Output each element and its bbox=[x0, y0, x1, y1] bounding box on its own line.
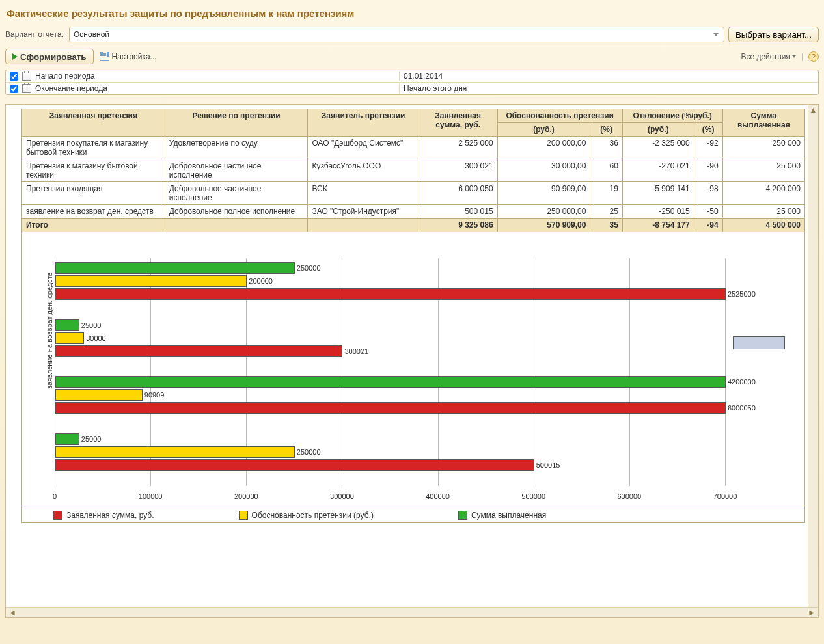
help-icon[interactable]: ? bbox=[808, 51, 819, 62]
play-icon bbox=[12, 53, 18, 60]
table-row[interactable]: заявление на возврат ден. средствДоброво… bbox=[22, 205, 805, 219]
legend-validity-label: Обоснованность претензии (руб.) bbox=[252, 511, 374, 520]
period-end-checkbox[interactable] bbox=[10, 85, 18, 93]
bar-value-label: 250000 bbox=[294, 448, 321, 456]
variant-label: Вариант отчета: bbox=[5, 30, 65, 39]
x-tick: 100000 bbox=[139, 492, 163, 500]
period-start-value[interactable]: 01.01.2014 bbox=[399, 72, 816, 81]
col-applicant: Заявитель претензии bbox=[308, 109, 419, 137]
settings-label: Настройка... bbox=[112, 52, 157, 61]
x-tick: 500000 bbox=[521, 492, 545, 500]
chart-bar: 4200000 bbox=[55, 376, 726, 388]
calendar-icon bbox=[22, 72, 31, 81]
total-row: Итого 9 325 086 570 909,00 35 -8 754 177… bbox=[22, 219, 805, 232]
chart-legend-mini[interactable] bbox=[733, 336, 785, 349]
total-label: Итого bbox=[22, 219, 165, 232]
table-row[interactable]: Претензия покупателя к магазину бытовой … bbox=[22, 137, 805, 159]
swatch-yellow-icon bbox=[239, 511, 248, 520]
period-end-label: Окончание периода bbox=[35, 84, 107, 93]
bar-value-label: 500015 bbox=[534, 461, 560, 469]
total-variance-rub: -8 754 177 bbox=[622, 219, 694, 232]
variant-value: Основной bbox=[74, 30, 109, 39]
bar-value-label: 25000 bbox=[79, 435, 102, 443]
variant-select[interactable]: Основной bbox=[69, 27, 724, 42]
period-panel: Начало периода 01.01.2014 Окончание пери… bbox=[5, 70, 819, 95]
total-variance-pct: -94 bbox=[694, 219, 722, 232]
period-end-value[interactable]: Начало этого дня bbox=[399, 84, 816, 93]
settings-icon bbox=[100, 52, 109, 61]
chart-bar: 300021 bbox=[55, 345, 342, 357]
bar-value-label: 30000 bbox=[83, 334, 106, 342]
col-variance-rub: (руб.) bbox=[622, 123, 694, 137]
chart-bar: 90909 bbox=[55, 389, 143, 401]
chart-bar: 250000 bbox=[55, 446, 295, 458]
chart-bar: 25000 bbox=[55, 433, 79, 445]
bar-value-label: 25000 bbox=[79, 321, 102, 329]
col-amount: Заявленная сумма, руб. bbox=[419, 109, 497, 137]
col-decision: Решение по претензии bbox=[165, 109, 308, 137]
chart-bar: 30000 bbox=[55, 332, 84, 344]
x-tick: 400000 bbox=[426, 492, 450, 500]
chart-ylabel: заявление на возврат ден. средств bbox=[46, 272, 53, 389]
scroll-left-icon[interactable]: ◄ bbox=[6, 608, 19, 617]
bar-value-label: 200000 bbox=[246, 277, 273, 285]
calendar-icon bbox=[22, 84, 31, 93]
legend-item-paid: Сумма выплаченная bbox=[458, 511, 546, 520]
bar-value-label: 2525000 bbox=[725, 290, 756, 298]
chart-bar: 250000 bbox=[55, 262, 295, 274]
col-claim: Заявленная претензия bbox=[22, 109, 165, 137]
results-table: Заявленная претензия Решение по претензи… bbox=[21, 109, 805, 232]
generate-label: Сформировать bbox=[20, 52, 87, 62]
total-validity-pct: 35 bbox=[590, 219, 622, 232]
swatch-red-icon bbox=[53, 511, 62, 520]
table-row[interactable]: Претензия входящаяДобровольное частичное… bbox=[22, 182, 805, 205]
all-actions-menu[interactable]: Все действия bbox=[741, 52, 795, 61]
legend-item-validity: Обоснованность претензии (руб.) bbox=[239, 511, 374, 520]
period-start-label: Начало периода bbox=[35, 72, 95, 81]
legend-item-declared: Заявленная сумма, руб. bbox=[53, 511, 154, 520]
horizontal-scrollbar[interactable]: ◄ ► bbox=[6, 607, 818, 617]
x-tick: 700000 bbox=[713, 492, 737, 500]
page-title: Фактические результаты защиты по предъяв… bbox=[5, 5, 819, 24]
vertical-scrollbar[interactable]: ▲ bbox=[808, 105, 818, 607]
x-tick: 600000 bbox=[617, 492, 641, 500]
choose-variant-button[interactable]: Выбрать вариант... bbox=[728, 27, 819, 42]
table-row[interactable]: Претензия к магазину бытовой техникиДобр… bbox=[22, 159, 805, 182]
chart-legend: Заявленная сумма, руб. Обоснованность пр… bbox=[21, 505, 805, 523]
bar-value-label: 300021 bbox=[342, 347, 368, 355]
col-variance: Отклонение (%/руб.) bbox=[622, 109, 722, 123]
col-validity-pct: (%) bbox=[590, 123, 622, 137]
total-paid: 4 500 000 bbox=[722, 219, 804, 232]
chart-bar: 200000 bbox=[55, 275, 247, 287]
chart: заявление на возврат ден. средств 010000… bbox=[21, 232, 805, 505]
total-amount: 9 325 086 bbox=[419, 219, 497, 232]
chart-bar: 500015 bbox=[55, 459, 534, 471]
bar-value-label: 6000050 bbox=[725, 404, 756, 412]
chart-bar: 2525000 bbox=[55, 288, 726, 300]
period-start-checkbox[interactable] bbox=[10, 72, 18, 81]
chart-bar: 6000050 bbox=[55, 402, 726, 414]
bar-value-label: 90909 bbox=[142, 391, 165, 399]
swatch-green-icon bbox=[458, 511, 467, 520]
report-area: ▲ ◄ ► Заявленная претензия Решение по пр… bbox=[5, 104, 819, 618]
x-tick: 0 bbox=[53, 492, 57, 500]
col-paid: Сумма выплаченная bbox=[722, 109, 804, 137]
choose-variant-label: Выбрать вариант... bbox=[735, 30, 812, 40]
total-validity-rub: 570 909,00 bbox=[497, 219, 590, 232]
bar-value-label: 250000 bbox=[294, 264, 321, 272]
settings-link[interactable]: Настройка... bbox=[100, 52, 157, 61]
bar-value-label: 4200000 bbox=[725, 378, 756, 386]
generate-button[interactable]: Сформировать bbox=[5, 49, 94, 64]
col-variance-pct: (%) bbox=[694, 123, 722, 137]
legend-declared-label: Заявленная сумма, руб. bbox=[66, 511, 154, 520]
legend-paid-label: Сумма выплаченная bbox=[471, 511, 546, 520]
x-tick: 200000 bbox=[234, 492, 258, 500]
col-validity-rub: (руб.) bbox=[497, 123, 590, 137]
col-validity: Обоснованность претензии bbox=[497, 109, 622, 123]
all-actions-label: Все действия bbox=[741, 52, 790, 61]
scroll-right-icon[interactable]: ► bbox=[805, 608, 818, 617]
chart-bar: 25000 bbox=[55, 319, 79, 331]
scroll-up-icon[interactable]: ▲ bbox=[808, 105, 818, 115]
x-tick: 300000 bbox=[330, 492, 354, 500]
